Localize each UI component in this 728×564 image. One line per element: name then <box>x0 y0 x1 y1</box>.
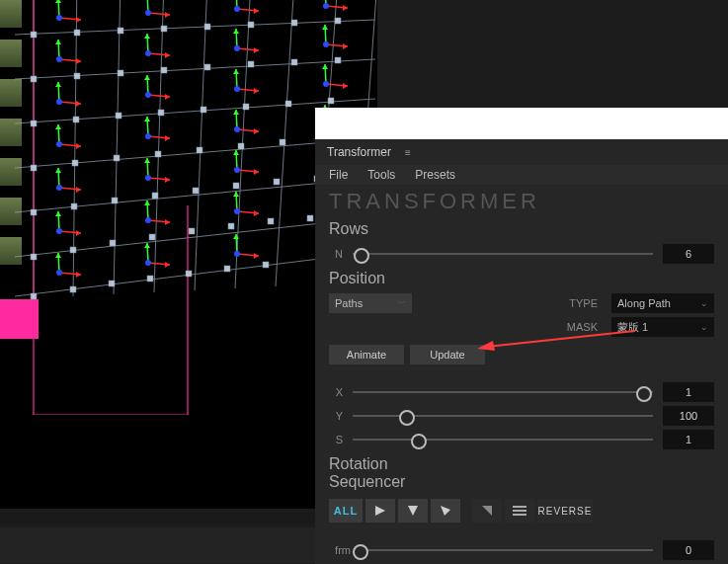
animate-button[interactable]: Animate <box>329 345 404 364</box>
seq-down-button[interactable] <box>398 499 428 523</box>
mask-value: 蒙版 1 <box>617 320 648 335</box>
mask-label: MASK <box>564 321 598 333</box>
sequencer-buttons: ALL REVERSE <box>315 495 728 526</box>
y-slider[interactable] <box>353 409 653 423</box>
seq-diag-button[interactable] <box>431 499 460 523</box>
white-bar <box>315 108 728 139</box>
frm-slider[interactable] <box>361 543 653 557</box>
type-value: Along Path <box>617 297 671 309</box>
seq-reverse-button[interactable]: REVERSE <box>537 499 593 523</box>
panel-titlebar: Transformer ≡ <box>315 139 728 165</box>
x-input[interactable] <box>663 382 714 402</box>
position-s-row: S <box>315 428 728 451</box>
svg-marker-25 <box>441 506 450 516</box>
svg-line-18 <box>195 0 207 290</box>
seq-corner-button[interactable] <box>472 499 502 523</box>
menubar: File Tools Presets <box>315 165 728 185</box>
position-buttons-row: Animate Update <box>315 339 728 366</box>
mask-dropdown[interactable]: 蒙版 1 ⌄ <box>611 317 714 337</box>
s-slider[interactable] <box>353 433 653 446</box>
paths-dropdown[interactable]: Paths ﹀ <box>329 293 412 313</box>
svg-marker-24 <box>408 506 418 516</box>
n-input[interactable] <box>663 244 714 264</box>
section-rotation-title: Rotation <box>315 451 728 473</box>
arrow-right-icon <box>373 504 387 518</box>
position-paths-row: Paths ﹀ TYPE Along Path ⌄ <box>315 291 728 315</box>
seq-lines-button[interactable] <box>505 499 534 523</box>
frm-label: frm <box>329 544 351 556</box>
arrow-down-icon <box>406 504 420 518</box>
seq-right-button[interactable] <box>365 499 395 523</box>
panel-title: Transformer <box>327 145 391 159</box>
paths-label: Paths <box>335 297 363 309</box>
frm-input[interactable] <box>663 540 714 560</box>
x-label: X <box>329 386 343 398</box>
rows-n-row: N <box>315 242 728 266</box>
n-slider[interactable] <box>353 247 653 261</box>
s-label: S <box>329 434 343 445</box>
svg-line-8 <box>15 59 375 79</box>
n-label: N <box>329 248 343 260</box>
lines-icon <box>512 504 527 518</box>
position-mask-row: MASK 蒙版 1 ⌄ <box>315 315 728 339</box>
section-position-title: Position <box>315 266 728 291</box>
chevron-down-icon: ⌄ <box>700 298 708 308</box>
section-sequencer-title: Sequencer <box>315 473 728 495</box>
y-label: Y <box>329 410 343 422</box>
svg-marker-23 <box>375 506 385 516</box>
position-x-row: X <box>315 380 728 404</box>
transformer-panel: Transformer ≡ File Tools Presets TRANSFO… <box>315 139 728 564</box>
arrow-diag-icon <box>439 504 452 518</box>
svg-marker-26 <box>482 506 492 516</box>
type-dropdown[interactable]: Along Path ⌄ <box>611 293 714 313</box>
menu-file[interactable]: File <box>329 168 348 182</box>
update-button[interactable]: Update <box>410 345 485 364</box>
chevron-down-icon: ﹀ <box>397 297 406 310</box>
panel-menu-icon[interactable]: ≡ <box>405 147 411 158</box>
menu-tools[interactable]: Tools <box>367 168 395 182</box>
frm-row: frm <box>315 538 728 562</box>
x-slider[interactable] <box>353 385 653 399</box>
corner-icon <box>480 504 494 518</box>
s-input[interactable] <box>663 430 714 449</box>
y-input[interactable] <box>663 406 714 426</box>
position-y-row: Y <box>315 404 728 428</box>
chevron-down-icon: ⌄ <box>700 322 708 332</box>
type-label: TYPE <box>564 297 598 309</box>
svg-line-7 <box>15 20 375 35</box>
logo-text: TRANSFORMER <box>315 185 728 216</box>
seq-all-button[interactable]: ALL <box>329 499 363 523</box>
svg-line-17 <box>154 0 164 292</box>
svg-line-16 <box>114 0 121 294</box>
section-rows-title: Rows <box>315 216 728 242</box>
menu-presets[interactable]: Presets <box>415 168 455 182</box>
